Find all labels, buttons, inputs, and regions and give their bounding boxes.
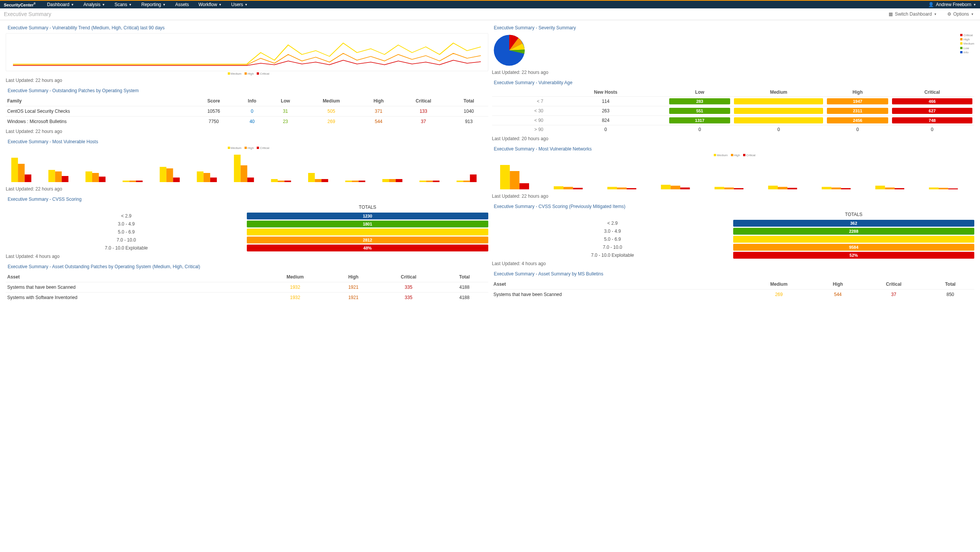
table-row[interactable]: Systems with Software Inventoried1932 19…	[6, 293, 488, 303]
svg-rect-54	[734, 188, 743, 189]
nav-scans[interactable]: Scans▼	[115, 2, 132, 7]
svg-rect-17	[210, 178, 217, 182]
options-button[interactable]: ⚙Options▼	[945, 11, 976, 18]
panel-cvss-mitigated: Executive Summary - CVSS Scoring (Previo…	[492, 203, 975, 266]
panel-footer: Last Updated: 22 hours ago	[6, 186, 488, 192]
cvss-row[interactable]: < 2.9 1230	[6, 213, 488, 219]
panel-vuln-nets: Executive Summary - Most Vulnerable Netw…	[492, 145, 975, 199]
svg-rect-65	[938, 188, 948, 189]
panel-title: Executive Summary - CVSS Scoring	[6, 195, 488, 203]
svg-rect-0	[11, 158, 18, 182]
panel-title: Executive Summary - Severity Summary	[492, 24, 975, 32]
svg-rect-46	[607, 187, 617, 189]
vage-table: New Hosts Low Medium High Critical < 711…	[492, 88, 975, 134]
nav-dashboard[interactable]: Dashboard▼	[47, 2, 74, 7]
svg-rect-58	[822, 187, 831, 189]
panel-title: Executive Summary - Most Vulnerable Netw…	[492, 145, 975, 153]
svg-rect-6	[85, 171, 92, 182]
table-row[interactable]: > 900 0 0 0 0	[492, 125, 975, 134]
switch-dashboard-button[interactable]: ▦Switch Dashboard▼	[886, 11, 939, 18]
cvss-row[interactable]: 7.0 - 10.0 Exploitable 52%	[492, 252, 975, 259]
table-row[interactable]: < 90824 1317 4672 2456 748	[492, 116, 975, 125]
panel-footer: Last Updated: 22 hours ago	[492, 194, 975, 199]
svg-rect-14	[173, 178, 180, 182]
svg-rect-32	[396, 179, 403, 182]
svg-rect-1	[18, 164, 25, 182]
svg-rect-13	[166, 168, 173, 182]
bar-chart[interactable]	[492, 157, 975, 191]
cvss-row[interactable]: 3.0 - 4.9 1801	[6, 221, 488, 227]
panel-title: Executive Summary - Most Vulnerable Host…	[6, 138, 488, 146]
svg-rect-24	[308, 173, 315, 182]
table-row[interactable]: < 7114 283 2049 1947 466	[492, 97, 975, 106]
panel-footer: Last Updated: 22 hours ago	[6, 129, 488, 134]
topbar: SecurityCenter® Dashboard▼ Analysis▼ Sca…	[0, 0, 980, 8]
table-row[interactable]: Windows : Microsoft Bulletins7750 4023 2…	[6, 117, 488, 127]
svg-rect-55	[768, 186, 777, 189]
panel-title: Executive Summary - CVSS Scoring (Previo…	[492, 203, 975, 210]
svg-rect-26	[321, 179, 328, 182]
panel-footer: Last Updated: 4 hours ago	[6, 254, 488, 259]
nav-workflow[interactable]: Workflow▼	[198, 2, 222, 7]
svg-rect-64	[929, 187, 938, 189]
user-menu[interactable]: 👤Andrew Freeborn▼	[928, 2, 976, 7]
cvss-row[interactable]: 3.0 - 4.9 2288	[492, 228, 975, 235]
svg-rect-16	[203, 173, 210, 182]
chart-legend: MediumHighCritical	[6, 72, 488, 75]
svg-rect-23	[285, 181, 291, 182]
svg-rect-19	[241, 165, 248, 182]
nav-analysis[interactable]: Analysis▼	[83, 2, 105, 7]
cvss-row[interactable]: 7.0 - 10.0 9584	[492, 244, 975, 251]
svg-rect-48	[627, 188, 636, 189]
cvss-row[interactable]: 5.0 - 6.9 3902	[6, 229, 488, 235]
page-title: Executive Summary	[4, 11, 51, 17]
svg-rect-34	[426, 181, 433, 182]
cvss-row[interactable]: 7.0 - 10.0 2812	[6, 237, 488, 243]
table-row[interactable]: < 30263 551 2875 2311 627	[492, 106, 975, 116]
svg-rect-56	[778, 187, 787, 189]
svg-rect-18	[234, 155, 241, 182]
svg-rect-3	[48, 170, 55, 182]
table-row[interactable]: Systems that have been Scanned1932 19213…	[6, 282, 488, 293]
line-chart[interactable]	[6, 33, 488, 71]
panel-title: Executive Summary - Vulnerability Age	[492, 79, 975, 86]
panel-title: Executive Summary - Outstanding Patches …	[6, 87, 488, 94]
chart-legend: MediumHighCritical	[492, 154, 975, 157]
svg-rect-21	[271, 179, 278, 182]
brand: SecurityCenter®	[4, 2, 35, 7]
svg-rect-61	[875, 186, 885, 189]
nav-users[interactable]: Users▼	[231, 2, 248, 7]
svg-rect-25	[315, 179, 322, 182]
table-row[interactable]: CentOS Local Security Checks10576 031 50…	[6, 106, 488, 117]
nav-reporting[interactable]: Reporting▼	[141, 2, 166, 7]
panel-vuln-hosts: Executive Summary - Most Vulnerable Host…	[6, 138, 488, 192]
svg-rect-35	[433, 181, 440, 182]
cvss-row[interactable]: 5.0 - 6.9 4812	[492, 236, 975, 243]
svg-rect-43	[553, 186, 563, 189]
bar-chart[interactable]	[6, 150, 488, 184]
svg-rect-8	[99, 177, 106, 182]
svg-rect-29	[358, 181, 365, 182]
svg-rect-50	[670, 186, 680, 189]
svg-rect-5	[62, 176, 69, 182]
svg-rect-12	[160, 167, 166, 182]
panel-footer: Last Updated: 4 hours ago	[492, 261, 975, 266]
svg-rect-60	[841, 188, 851, 189]
panel-outstanding-patches: Executive Summary - Outstanding Patches …	[6, 87, 488, 134]
svg-rect-45	[573, 188, 582, 189]
panel-footer: Last Updated: 22 hours ago	[492, 70, 975, 75]
cvss-row[interactable]: < 2.9 362	[492, 220, 975, 227]
table-row[interactable]: Systems that have been Scanned269 544378…	[492, 290, 975, 300]
user-icon: 👤	[928, 2, 934, 7]
svg-rect-59	[831, 187, 841, 189]
cvss-row[interactable]: 7.0 - 10.0 Exploitable 48%	[6, 245, 488, 251]
svg-rect-4	[55, 171, 62, 182]
msb-table: Asset Medium High Critical Total Systems…	[492, 279, 975, 299]
svg-rect-15	[197, 171, 204, 182]
svg-rect-9	[123, 181, 129, 182]
pie-chart[interactable]	[492, 33, 526, 67]
svg-rect-40	[500, 165, 510, 189]
svg-rect-31	[389, 179, 396, 182]
nav-assets[interactable]: Assets	[175, 2, 189, 7]
svg-rect-44	[563, 187, 573, 189]
